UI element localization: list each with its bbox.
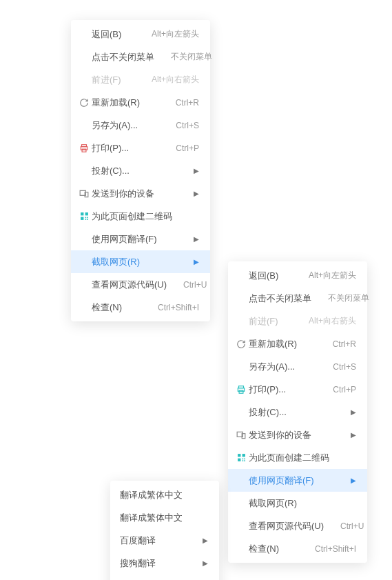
menu-label: 返回(B)	[249, 270, 292, 282]
svg-rect-8	[85, 217, 86, 219]
menu-label: 检查(N)	[249, 543, 298, 555]
menu-item-qrcode[interactable]: 为此页面创建二维码	[71, 205, 210, 228]
devices-icon	[76, 190, 92, 198]
svg-rect-18	[242, 454, 245, 457]
reload-icon	[234, 339, 249, 349]
menu-label: 另存为(A)...	[249, 361, 316, 373]
menu-label: 查看网页源代码(U)	[92, 279, 167, 291]
menu-item-send-to-device[interactable]: 发送到你的设备 ▶	[71, 182, 210, 205]
submenu-item-trad-chinese-1[interactable]: 翻译成繁体中文	[110, 483, 219, 506]
menu-item-inspect[interactable]: 检查(N) Ctrl+Shift+I	[71, 296, 210, 319]
menu-label: 重新加载(R)	[92, 97, 159, 109]
menu-item-inspect[interactable]: 检查(N) Ctrl+Shift+I	[228, 537, 367, 560]
menu-shortcut: Ctrl+S	[176, 121, 199, 130]
menu-item-saveas[interactable]: 另存为(A)... Ctrl+S	[71, 114, 210, 137]
menu-item-back[interactable]: 返回(B) Alt+向左箭头	[228, 264, 367, 287]
translate-submenu: 翻译成繁体中文 翻译成繁体中文 百度翻译 ▶ 搜狗翻译 ▶ 有道翻译 ▶	[110, 481, 219, 580]
menu-item-cast[interactable]: 投射(C)... ▶	[71, 159, 210, 182]
menu-label: 为此页面创建二维码	[92, 210, 199, 223]
submenu-arrow-icon: ▶	[194, 167, 199, 174]
svg-rect-21	[244, 459, 245, 460]
submenu-item-baidu[interactable]: 百度翻译 ▶	[110, 529, 219, 552]
menu-item-print[interactable]: 打印(P)... Ctrl+P	[228, 378, 367, 401]
menu-label: 查看网页源代码(U)	[249, 520, 324, 532]
svg-rect-7	[81, 217, 83, 220]
menu-label: 翻译成繁体中文	[116, 512, 208, 524]
menu-item-translate[interactable]: 使用网页翻译(F) ▶	[228, 469, 367, 492]
reload-icon	[76, 98, 92, 108]
menu-item-translate[interactable]: 使用网页翻译(F) ▶	[71, 228, 210, 250]
menu-label: 打印(P)...	[92, 142, 159, 154]
svg-rect-5	[81, 212, 83, 215]
menu-shortcut: Alt+向右箭头	[152, 74, 199, 86]
menu-item-view-source[interactable]: 查看网页源代码(U) Ctrl+U	[228, 514, 367, 537]
submenu-arrow-icon: ▶	[351, 408, 356, 416]
menu-item-screenshot[interactable]: 截取网页(R) ▶	[71, 250, 210, 273]
svg-rect-17	[238, 454, 240, 457]
menu-shortcut: Ctrl+Shift+I	[315, 544, 356, 554]
submenu-arrow-icon: ▶	[351, 431, 356, 439]
context-menu-2: 返回(B) Alt+向左箭头 点击不关闭菜单 不关闭菜单 前进(F) Alt+向…	[228, 261, 367, 563]
submenu-item-trad-chinese-2[interactable]: 翻译成繁体中文	[110, 506, 219, 529]
menu-label: 点击不关闭菜单	[249, 292, 311, 305]
print-icon	[76, 143, 92, 153]
svg-rect-22	[242, 460, 243, 461]
menu-label: 前进(F)	[92, 74, 135, 86]
menu-shortcut: Ctrl+Shift+I	[158, 303, 199, 312]
devices-icon	[234, 431, 249, 439]
menu-label: 检查(N)	[92, 301, 141, 314]
svg-rect-20	[242, 459, 243, 460]
menu-shortcut: Alt+向右箭头	[309, 315, 356, 327]
menu-item-qrcode[interactable]: 为此页面创建二维码	[228, 446, 367, 469]
qr-icon	[234, 453, 249, 462]
submenu-arrow-icon: ▶	[194, 190, 199, 197]
menu-item-reload[interactable]: 重新加载(R) Ctrl+R	[71, 91, 210, 114]
menu-label: 搜狗翻译	[116, 557, 186, 570]
menu-item-print[interactable]: 打印(P)... Ctrl+P	[71, 137, 210, 159]
menu-item-saveas[interactable]: 另存为(A)... Ctrl+S	[228, 355, 367, 378]
svg-rect-11	[87, 219, 88, 220]
menu-shortcut: Ctrl+S	[333, 362, 356, 372]
menu-item-back[interactable]: 返回(B) Alt+向左箭头	[71, 23, 210, 46]
menu-item-noclose[interactable]: 点击不关闭菜单 不关闭菜单	[71, 46, 210, 68]
menu-label: 截取网页(R)	[92, 256, 177, 268]
submenu-item-sogou[interactable]: 搜狗翻译 ▶	[110, 552, 219, 574]
svg-rect-9	[87, 217, 88, 219]
menu-shortcut: 不关闭菜单	[171, 51, 212, 63]
menu-shortcut: Ctrl+U	[340, 521, 364, 531]
menu-item-reload[interactable]: 重新加载(R) Ctrl+R	[228, 332, 367, 355]
menu-item-forward: 前进(F) Alt+向右箭头	[228, 310, 367, 332]
qr-icon	[76, 212, 92, 221]
submenu-arrow-icon: ▶	[203, 537, 208, 544]
menu-label: 打印(P)...	[249, 383, 316, 396]
menu-label: 投射(C)...	[249, 406, 334, 419]
menu-shortcut: Ctrl+P	[333, 385, 356, 394]
menu-item-view-source[interactable]: 查看网页源代码(U) Ctrl+U	[71, 273, 210, 296]
menu-item-cast[interactable]: 投射(C)... ▶	[228, 401, 367, 423]
menu-item-screenshot[interactable]: 截取网页(R)	[228, 492, 367, 514]
submenu-arrow-icon: ▶	[194, 258, 199, 266]
menu-item-noclose[interactable]: 点击不关闭菜单 不关闭菜单	[228, 287, 367, 310]
menu-shortcut: Ctrl+U	[183, 280, 207, 290]
submenu-arrow-icon: ▶	[203, 559, 208, 567]
svg-rect-23	[244, 460, 245, 461]
svg-rect-10	[85, 219, 86, 220]
submenu-item-youdao[interactable]: 有道翻译 ▶	[110, 574, 219, 580]
menu-label: 使用网页翻译(F)	[249, 474, 334, 487]
menu-label: 返回(B)	[92, 28, 135, 41]
svg-rect-19	[238, 459, 240, 461]
menu-label: 点击不关闭菜单	[92, 51, 154, 63]
menu-label: 使用网页翻译(F)	[92, 233, 177, 246]
menu-shortcut: Ctrl+P	[176, 143, 199, 153]
menu-label: 投射(C)...	[92, 165, 177, 177]
menu-item-forward: 前进(F) Alt+向右箭头	[71, 68, 210, 91]
menu-item-send-to-device[interactable]: 发送到你的设备 ▶	[228, 423, 367, 446]
menu-label: 百度翻译	[116, 534, 186, 547]
menu-shortcut: Alt+向左箭头	[309, 270, 356, 281]
menu-label: 截取网页(R)	[249, 497, 356, 510]
menu-shortcut: 不关闭菜单	[328, 292, 369, 304]
context-menu-1: 返回(B) Alt+向左箭头 点击不关闭菜单 不关闭菜单 前进(F) Alt+向…	[71, 20, 210, 321]
menu-label: 为此页面创建二维码	[249, 452, 356, 464]
menu-shortcut: Alt+向左箭头	[152, 28, 199, 40]
menu-label: 发送到你的设备	[92, 188, 177, 200]
